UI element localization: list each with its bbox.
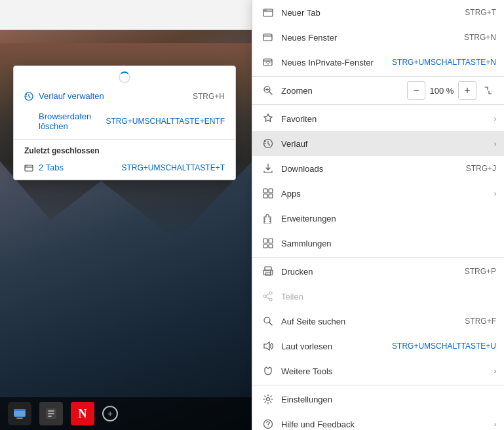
svg-rect-28 xyxy=(263,194,267,198)
print-icon xyxy=(260,264,276,279)
menu-item-extensions[interactable]: Erweiterungen xyxy=(252,206,504,231)
svg-point-39 xyxy=(269,298,272,301)
svg-point-38 xyxy=(269,292,272,294)
new-private-shortcut: STRG+UMSCHALTTASTE+N xyxy=(392,58,496,67)
new-tab-label: Neuer Tab xyxy=(281,8,465,18)
svg-rect-16 xyxy=(48,410,54,412)
help-chevron: › xyxy=(494,421,496,428)
menu-item-share: Teilen xyxy=(252,284,504,309)
loading-spinner xyxy=(119,71,130,83)
loading-spinner-container xyxy=(14,69,235,86)
taskbar-tv-icon[interactable] xyxy=(8,402,31,425)
more-tools-label: Weitere Tools xyxy=(281,366,490,376)
manage-history-shortcut: STRG+H xyxy=(193,92,225,101)
zoom-expand-button[interactable] xyxy=(480,83,496,98)
favorites-label: Favoriten xyxy=(281,114,490,124)
new-tab-shortcut: STRG+T xyxy=(465,8,496,17)
divider-1 xyxy=(252,76,504,77)
main-dropdown-menu: Neuer Tab STRG+T Neues Fenster STRG+N Ne… xyxy=(252,0,504,430)
netflix-letter: N xyxy=(79,407,87,421)
zoom-row: Zoomen − 100 % + xyxy=(252,78,504,103)
manage-history-item[interactable]: Verlauf verwalten STRG+H xyxy=(14,86,235,106)
history-menu-label: Verlauf xyxy=(281,139,490,149)
svg-rect-18 xyxy=(48,416,52,417)
more-tools-icon xyxy=(260,363,276,379)
new-private-icon xyxy=(260,54,276,70)
read-aloud-shortcut: STRG+UMSCHALTTASTE+U xyxy=(392,342,496,351)
recent-tabs-shortcut: STRG+UMSCHALTTASTE+T xyxy=(121,163,225,172)
menu-item-print[interactable]: Drucken STRG+P xyxy=(252,259,504,284)
favorites-icon xyxy=(260,111,276,127)
svg-point-23 xyxy=(267,64,269,65)
svg-rect-27 xyxy=(269,189,273,193)
divider-2 xyxy=(252,104,504,105)
new-window-label: Neues Fenster xyxy=(281,33,464,43)
tabs-icon xyxy=(24,163,33,172)
menu-item-collections[interactable]: Sammlungen xyxy=(252,231,504,256)
svg-point-42 xyxy=(267,398,270,401)
downloads-icon xyxy=(260,161,276,176)
svg-point-37 xyxy=(270,271,271,273)
menu-item-history[interactable]: Verlauf › xyxy=(252,131,504,156)
svg-rect-14 xyxy=(14,409,26,411)
extensions-icon xyxy=(260,210,276,226)
menu-item-help[interactable]: Hilfe und Feedback › xyxy=(252,412,504,430)
zoom-controls: − 100 % + xyxy=(407,81,496,100)
settings-label: Einstellungen xyxy=(281,395,496,404)
divider-4 xyxy=(252,385,504,385)
svg-point-44 xyxy=(267,426,268,427)
history-icon xyxy=(24,92,33,101)
history-divider xyxy=(14,139,235,140)
share-icon xyxy=(260,288,276,304)
taskbar-netflix-icon[interactable]: N xyxy=(71,402,94,425)
downloads-label: Downloads xyxy=(281,164,466,174)
svg-rect-29 xyxy=(269,194,273,198)
history-submenu: Verlauf verwalten STRG+H Browserdaten lö… xyxy=(13,66,236,180)
svg-rect-22 xyxy=(263,59,272,66)
settings-icon xyxy=(260,391,276,407)
manage-history-label: Verlauf verwalten xyxy=(39,91,104,101)
recently-closed-tabs-item[interactable]: 2 Tabs STRG+UMSCHALTTASTE+T xyxy=(14,158,235,177)
help-icon xyxy=(260,416,276,430)
menu-item-favorites[interactable]: Favoriten › xyxy=(252,106,504,131)
new-window-shortcut: STRG+N xyxy=(464,33,496,42)
recently-closed-title: Zuletzt geschlossen xyxy=(14,142,235,158)
menu-item-settings[interactable]: Einstellungen xyxy=(252,387,504,412)
svg-rect-30 xyxy=(263,239,267,243)
new-tab-icon xyxy=(260,5,276,20)
menu-item-apps[interactable]: Apps › xyxy=(252,181,504,206)
svg-point-40 xyxy=(263,295,266,298)
svg-rect-33 xyxy=(269,244,273,248)
svg-rect-26 xyxy=(263,189,267,193)
read-aloud-label: Laut vorlesen xyxy=(281,342,392,351)
clear-data-shortcut: STRG+UMSCHALTTASTE+ENTF xyxy=(106,117,225,126)
collections-label: Sammlungen xyxy=(281,239,496,248)
svg-rect-21 xyxy=(263,34,272,41)
taskbar-reader-icon[interactable] xyxy=(39,402,63,425)
find-shortcut: STRG+F xyxy=(465,317,496,326)
print-label: Drucken xyxy=(281,267,465,277)
menu-item-downloads[interactable]: Downloads STRG+J xyxy=(252,156,504,181)
svg-rect-17 xyxy=(48,413,54,414)
menu-item-new-private[interactable]: Neues InPrivate-Fenster STRG+UMSCHALTTAS… xyxy=(252,50,504,75)
apps-chevron: › xyxy=(494,190,496,197)
history-chevron: › xyxy=(494,140,496,147)
taskbar-add-button[interactable]: + xyxy=(102,406,118,421)
svg-rect-11 xyxy=(25,165,28,167)
zoom-icon xyxy=(260,83,276,98)
menu-item-read-aloud[interactable]: Laut vorlesen STRG+UMSCHALTTASTE+U xyxy=(252,334,504,359)
zoom-label: Zoomen xyxy=(281,86,407,96)
menu-item-new-tab[interactable]: Neuer Tab STRG+T xyxy=(252,0,504,25)
read-aloud-icon xyxy=(260,338,276,354)
menu-item-new-window[interactable]: Neues Fenster STRG+N xyxy=(252,25,504,50)
zoom-in-button[interactable]: + xyxy=(458,81,476,100)
zoom-out-button[interactable]: − xyxy=(407,81,425,100)
svg-rect-32 xyxy=(263,244,267,248)
menu-item-more-tools[interactable]: Weitere Tools › xyxy=(252,359,504,383)
apps-icon xyxy=(260,186,276,201)
divider-3 xyxy=(252,257,504,258)
more-tools-chevron: › xyxy=(494,368,496,375)
clear-browser-data-item[interactable]: Browserdaten löschen STRG+UMSCHALTTASTE+… xyxy=(14,106,235,136)
downloads-shortcut: STRG+J xyxy=(466,164,496,173)
menu-item-find[interactable]: Auf Seite suchen STRG+F xyxy=(252,309,504,334)
